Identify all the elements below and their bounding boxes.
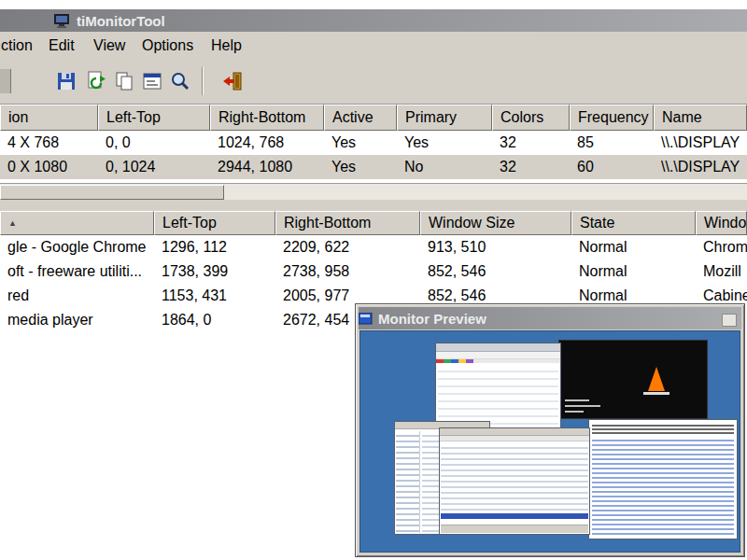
preview-desktop xyxy=(359,330,740,553)
window-row-1[interactable]: gle - Google Chrome 1296, 112 2209, 622 … xyxy=(0,235,747,259)
menu-help[interactable]: Help xyxy=(206,32,247,60)
col-window-size[interactable]: Window Size xyxy=(420,211,571,235)
col-name[interactable]: Name xyxy=(654,105,747,131)
menu-options[interactable]: Options xyxy=(137,32,198,60)
refresh-icon xyxy=(85,70,107,92)
preview-window-title: Monitor Preview xyxy=(378,311,486,327)
menu-view[interactable]: View xyxy=(89,32,130,60)
cell: 2209, 622 xyxy=(275,235,420,259)
horizontal-scrollbar[interactable] xyxy=(0,183,747,200)
chrome-tab-strip xyxy=(436,343,560,352)
cell: Yes xyxy=(397,131,492,155)
preview-window-icon xyxy=(359,313,373,325)
monitor-row-2[interactable]: 0 X 1080 0, 1024 2944, 1080 Yes No 32 60… xyxy=(0,155,747,179)
menu-file[interactable]: ction xyxy=(0,32,37,60)
file-list-rows xyxy=(441,443,588,511)
col-state[interactable]: State xyxy=(571,211,696,235)
chrome-address-bar xyxy=(436,352,560,359)
cell: Yes xyxy=(324,131,397,155)
col-frequency[interactable]: Frequency xyxy=(570,105,654,131)
cell: Normal xyxy=(571,259,696,284)
cell: oft - freeware utiliti... xyxy=(0,259,154,284)
cell: 2944, 1080 xyxy=(210,155,324,179)
vlc-text-line xyxy=(565,399,589,401)
col-window-title[interactable]: ▲ xyxy=(0,211,154,235)
file-list-selected-row xyxy=(441,513,588,519)
chrome-bookmarks-bar xyxy=(436,359,560,363)
cell: 32 xyxy=(492,155,570,179)
preview-titlebar[interactable]: Monitor Preview xyxy=(359,307,741,329)
cell: Normal xyxy=(571,235,696,259)
col-right-bottom[interactable]: Right-Bottom xyxy=(275,211,420,235)
clipped-toolbar-icon[interactable] xyxy=(0,69,11,93)
cell: Chrom xyxy=(696,235,747,259)
monitors-table-header: ion Left-Top Right-Bottom Active Primary… xyxy=(0,105,747,131)
app-icon xyxy=(54,14,71,28)
copy-icon xyxy=(113,70,135,92)
col-left-top[interactable]: Left-Top xyxy=(98,105,210,131)
cell: Mozill xyxy=(696,259,747,284)
cell: 85 xyxy=(570,131,654,155)
web-page-thumbnail xyxy=(588,419,738,539)
col-right-bottom[interactable]: Right-Bottom xyxy=(210,105,324,131)
chrome-browser-thumbnail xyxy=(435,343,561,431)
file-list-toolbar xyxy=(440,428,589,436)
col-primary[interactable]: Primary xyxy=(397,105,492,131)
cell: 32 xyxy=(492,131,570,155)
cell: Yes xyxy=(324,155,397,179)
menubar: ction Edit View Options Help xyxy=(0,32,747,60)
col-resolution[interactable]: ion xyxy=(0,105,98,131)
cell: 60 xyxy=(570,155,654,179)
sort-ascending-icon: ▲ xyxy=(8,218,17,228)
find-icon xyxy=(169,70,191,92)
file-list-column-header xyxy=(440,436,589,441)
menu-edit[interactable]: Edit xyxy=(44,32,79,60)
titlebar[interactable]: tiMonitorTool xyxy=(0,9,747,32)
file-list-thumbnail xyxy=(439,427,590,535)
scrollbar-thumb[interactable] xyxy=(0,185,224,200)
monitor-row-1[interactable]: 4 X 768 0, 0 1024, 768 Yes Yes 32 85 \\.… xyxy=(0,131,747,155)
properties-icon xyxy=(141,70,163,92)
cell: 2738, 958 xyxy=(275,259,420,284)
cell: 913, 510 xyxy=(420,235,571,259)
vlc-text-line xyxy=(565,405,600,407)
cell: 0, 0 xyxy=(98,131,210,155)
toolbar xyxy=(0,60,747,105)
refresh-button[interactable] xyxy=(84,69,108,93)
col-active[interactable]: Active xyxy=(324,105,397,131)
preview-titlebar-button[interactable] xyxy=(722,314,737,327)
copy-button[interactable] xyxy=(112,69,136,93)
cell: 4 X 768 xyxy=(0,131,98,155)
col-colors[interactable]: Colors xyxy=(492,105,570,131)
monitor-preview-window: Monitor Preview xyxy=(355,303,745,557)
save-button[interactable] xyxy=(54,69,78,93)
web-page-heading-lines xyxy=(592,423,734,434)
cell: 0 X 1080 xyxy=(0,155,98,179)
save-icon xyxy=(55,70,78,92)
properties-button[interactable] xyxy=(140,69,164,93)
cell: \\.\DISPLAY xyxy=(654,131,747,155)
cell: \\.\DISPLAY xyxy=(654,155,747,179)
col-window[interactable]: Windo xyxy=(696,211,747,235)
web-page-text-lines xyxy=(592,437,734,536)
file-list-status-bar xyxy=(441,525,588,533)
col-left-top[interactable]: Left-Top xyxy=(154,211,275,235)
window-row-2[interactable]: oft - freeware utiliti... 1738, 399 2738… xyxy=(0,259,747,284)
exit-icon xyxy=(221,70,244,92)
find-button[interactable] xyxy=(168,69,192,93)
windows-table-header: ▲ Left-Top Right-Bottom Window Size Stat… xyxy=(0,211,747,235)
monitors-list: 4 X 768 0, 0 1024, 768 Yes Yes 32 85 \\.… xyxy=(0,131,747,183)
screen: { "titlebar": { "title": "tiMonitorTool"… xyxy=(0,0,747,560)
cell: 1153, 431 xyxy=(154,284,275,308)
vlc-player-thumbnail xyxy=(558,340,708,419)
cell: media player xyxy=(0,308,154,332)
cell: 1024, 768 xyxy=(210,131,324,155)
cell: 0, 1024 xyxy=(98,155,210,179)
vlc-cone-icon xyxy=(648,367,665,391)
cell: gle - Google Chrome xyxy=(0,235,154,259)
chrome-page-content xyxy=(438,365,558,428)
vlc-cone-base xyxy=(643,392,669,395)
exit-button[interactable] xyxy=(220,69,245,93)
cell: red xyxy=(0,284,154,308)
toolbar-separator xyxy=(202,67,204,95)
